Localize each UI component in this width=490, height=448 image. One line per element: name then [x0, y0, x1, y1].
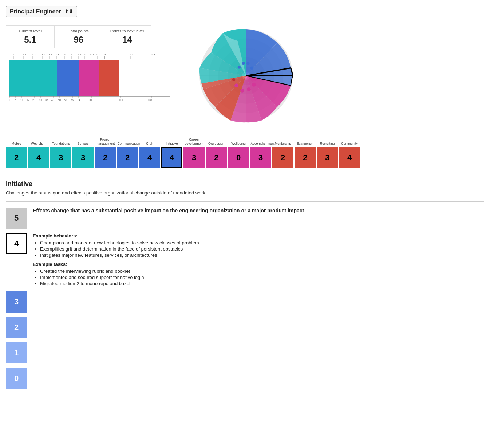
category-col-10[interactable]: Wellbeing0: [228, 142, 249, 168]
behavior-item: Instigates major new features, services,…: [40, 252, 484, 258]
stats-row: Current level 5.1 Total points 96 Points…: [6, 25, 151, 48]
svg-text:4.2: 4.2: [90, 53, 94, 56]
example-tasks-label: Example tasks:: [33, 262, 484, 267]
category-score-12[interactable]: 2: [272, 147, 293, 168]
level-badge-0[interactable]: 0: [6, 368, 27, 389]
svg-text:5: 5: [15, 99, 16, 101]
task-item: Created the interviewing rubric and book…: [40, 268, 484, 274]
level-row-3[interactable]: 3: [6, 291, 484, 313]
category-score-11[interactable]: 3: [250, 147, 271, 168]
section-divider-2: [6, 201, 484, 202]
svg-text:3.1: 3.1: [64, 53, 68, 56]
category-score-14[interactable]: 3: [317, 147, 338, 168]
category-label-5: Communication: [118, 142, 138, 146]
level-badge-2[interactable]: 2: [6, 317, 27, 338]
svg-point-78: [252, 83, 256, 87]
category-score-5[interactable]: 2: [117, 147, 138, 168]
svg-text:1.2: 1.2: [23, 53, 26, 56]
category-score-6[interactable]: 4: [139, 147, 160, 168]
level-badge-4[interactable]: 4: [6, 233, 27, 254]
initiative-description: Challenges the status quo and effects po…: [6, 190, 484, 196]
category-col-11[interactable]: Accomplishment3: [250, 142, 271, 168]
svg-text:5.3: 5.3: [151, 53, 155, 56]
level-row-5[interactable]: 5Effects change that has a substantial p…: [6, 208, 484, 229]
category-col-15[interactable]: Community4: [339, 142, 360, 168]
level-row-1[interactable]: 1: [6, 342, 484, 363]
category-label-1: Web client: [31, 142, 46, 146]
category-score-9[interactable]: 2: [206, 147, 227, 168]
category-score-0[interactable]: 2: [6, 147, 27, 168]
level-row-0[interactable]: 0: [6, 368, 484, 389]
tasks-list: Created the interviewing rubric and book…: [40, 268, 484, 286]
category-score-10[interactable]: 0: [228, 147, 249, 168]
current-level-label: Current level: [11, 29, 50, 33]
level-row-4[interactable]: 4Example behaviors:Champions and pioneer…: [6, 233, 484, 287]
behaviors-list: Champions and pioneers new technologies …: [40, 240, 484, 258]
svg-text:5.2: 5.2: [130, 53, 133, 56]
category-score-8[interactable]: 3: [183, 147, 205, 168]
svg-text:23: 23: [32, 99, 35, 101]
category-score-2[interactable]: 3: [50, 147, 71, 168]
total-points-cell: Total points 96: [55, 26, 103, 48]
radar-svg: [188, 21, 304, 130]
level-badge-5[interactable]: 5: [6, 208, 27, 229]
total-points-value: 96: [59, 35, 98, 45]
level-badge-1[interactable]: 1: [6, 342, 27, 363]
category-col-8[interactable]: Career development3: [183, 138, 205, 168]
category-label-0: Mobile: [12, 142, 21, 146]
example-behaviors-label: Example behaviors:: [33, 233, 484, 239]
category-col-12[interactable]: Mentorship2: [272, 142, 293, 168]
category-label-7: Initiative: [166, 142, 178, 146]
category-col-2[interactable]: Foundations3: [50, 142, 71, 168]
category-col-14[interactable]: Recruiting3: [317, 142, 338, 168]
category-col-4[interactable]: Project management2: [95, 138, 116, 168]
svg-text:3.3: 3.3: [78, 53, 82, 56]
category-col-13[interactable]: Evangelism2: [295, 142, 316, 168]
level-row-2[interactable]: 2: [6, 317, 484, 338]
category-col-6[interactable]: Craft4: [139, 142, 160, 168]
section-divider: [6, 174, 484, 174]
category-score-4[interactable]: 2: [95, 147, 116, 168]
svg-point-77: [247, 87, 251, 91]
task-item: Implemented and secured support for nati…: [40, 275, 484, 280]
svg-text:50: 50: [58, 99, 61, 101]
total-points-label: Total points: [59, 29, 98, 33]
category-score-3[interactable]: 3: [72, 147, 94, 168]
current-level-value: 5.1: [11, 35, 50, 45]
svg-text:1.3: 1.3: [32, 53, 36, 56]
category-col-1[interactable]: Web client4: [28, 142, 49, 168]
svg-text:0: 0: [9, 99, 10, 101]
svg-text:4.3: 4.3: [96, 53, 100, 56]
category-col-9[interactable]: Org design2: [206, 142, 227, 168]
svg-text:66: 66: [71, 99, 74, 101]
category-col-0[interactable]: Mobile2: [6, 142, 27, 168]
svg-point-82: [242, 62, 245, 65]
category-label-9: Org design: [208, 142, 224, 146]
level-content-5: Effects change that has a substantial po…: [33, 208, 484, 216]
category-label-14: Recruiting: [320, 142, 335, 146]
category-col-7[interactable]: Initiative4: [161, 142, 182, 168]
category-col-3[interactable]: Servers3: [72, 142, 94, 168]
category-col-5[interactable]: Communication2: [117, 142, 138, 168]
svg-rect-30: [9, 60, 57, 96]
role-dropdown[interactable]: Principal Engineer ⬆⬇: [6, 6, 77, 17]
radar-chart: [188, 21, 304, 130]
svg-text:58: 58: [64, 99, 67, 101]
category-label-11: Accomplishment: [251, 142, 271, 146]
category-score-13[interactable]: 2: [295, 147, 316, 168]
svg-text:29: 29: [39, 99, 42, 101]
svg-text:4.1: 4.1: [84, 53, 88, 56]
category-score-7[interactable]: 4: [161, 147, 182, 168]
category-label-3: Servers: [77, 142, 88, 146]
next-level-label: Points to next level: [107, 29, 147, 33]
level-badge-3[interactable]: 3: [6, 291, 27, 313]
dropdown-arrow-icon: ⬆⬇: [64, 9, 73, 15]
category-score-1[interactable]: 4: [28, 147, 49, 168]
svg-text:2.3: 2.3: [55, 53, 59, 56]
svg-text:110: 110: [119, 99, 123, 101]
task-item: Migrated medium2 to mono repo and bazel: [40, 281, 484, 286]
svg-text:17: 17: [27, 99, 29, 101]
svg-text:135: 135: [148, 99, 152, 101]
category-score-15[interactable]: 4: [339, 147, 360, 168]
svg-text:90: 90: [89, 99, 92, 101]
